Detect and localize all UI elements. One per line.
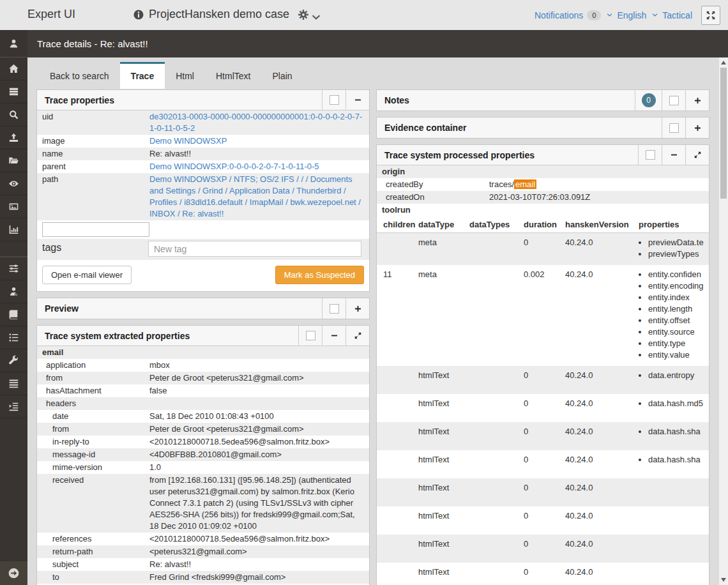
tab-back-to-search[interactable]: Back to search <box>39 62 120 89</box>
scrollbar-thumb[interactable] <box>720 68 727 199</box>
scroll-up-arrow-icon[interactable] <box>721 61 726 65</box>
expand-panel-button[interactable] <box>685 118 709 138</box>
tab-plain[interactable]: Plain <box>261 62 303 89</box>
arrow-circle-right-icon <box>8 567 20 579</box>
maximize-panel-button[interactable] <box>685 145 709 165</box>
info-icon[interactable] <box>133 9 144 20</box>
sidebar-item-arrow-circle-right[interactable] <box>0 561 27 585</box>
tab-html[interactable]: Html <box>165 62 205 89</box>
toolrun-cell-children <box>377 454 418 473</box>
select-panel-checkbox-cell[interactable] <box>662 90 685 110</box>
property-value: false <box>148 384 369 397</box>
new-tag-input[interactable] <box>148 241 361 257</box>
sidebar-item-folder-open[interactable] <box>0 149 27 172</box>
property-value: Sat, 18 Dec 2010 01:08:43 +0100 <box>148 410 369 423</box>
toolrun-cell-duration: 0 <box>524 398 565 417</box>
toolrun-row: htmlText040.24.0data.hash.md5 <box>377 394 709 422</box>
property-label: return-path <box>37 545 148 558</box>
select-panel-checkbox-cell[interactable] <box>322 90 345 110</box>
toolrun-cell-duration: 0 <box>524 237 565 260</box>
sidebar-item-list-ol[interactable] <box>0 326 27 349</box>
sidebar-item-search[interactable] <box>0 103 27 126</box>
sidebar-item-sliders[interactable] <box>0 257 27 280</box>
tag-input[interactable] <box>42 222 149 237</box>
toolrun-cell-hanskenVersion: 40.24.0 <box>565 269 639 361</box>
scroll-down-arrow-icon[interactable] <box>721 578 726 582</box>
chevron-down-icon[interactable] <box>606 11 613 19</box>
toolrun-cell-properties: data.hash.sha <box>639 454 709 473</box>
select-panel-checkbox-cell[interactable] <box>662 118 685 138</box>
open-email-viewer-button[interactable]: Open e-mail viewer <box>42 266 132 284</box>
panel-checkbox[interactable] <box>669 96 679 105</box>
toolrun-cell-properties <box>639 482 709 501</box>
toolrun-cell-hanskenVersion: 40.24.0 <box>565 426 639 445</box>
tab-trace[interactable]: Trace <box>120 62 165 89</box>
group-label: origin <box>377 165 488 178</box>
sidebar-item-upload[interactable] <box>0 126 27 149</box>
minus-icon <box>670 151 678 159</box>
toolrun-cell-hanskenVersion: 40.24.0 <box>565 370 639 389</box>
expand-panel-button[interactable] <box>345 298 369 319</box>
sidebar-item-server[interactable] <box>0 80 27 103</box>
trace-property-link[interactable]: Demo WINDOWSXP <box>149 136 227 146</box>
property-value: Demo WINDOWSXP / NTFS; OS/2 IFS / / / Do… <box>148 173 369 220</box>
trace-property-link[interactable]: Demo WINDOWSXP / NTFS; OS/2 IFS / / / Do… <box>149 174 361 218</box>
sidebar-item-eye[interactable] <box>0 172 27 195</box>
property-value: <peterus321@gmail.com> <box>148 545 369 558</box>
select-panel-checkbox-cell[interactable] <box>638 145 662 165</box>
property-label: received <box>37 474 148 533</box>
panel-checkbox[interactable] <box>330 95 339 105</box>
sidebar-item-image[interactable] <box>0 195 27 218</box>
property-name: data.hash.sha <box>648 454 709 466</box>
sidebar-item-wrench[interactable] <box>0 349 27 372</box>
sidebar-item-book[interactable] <box>0 303 27 326</box>
sidebar-item-indent[interactable] <box>0 395 27 418</box>
trace-property-link[interactable]: Demo WINDOWSXP:0-0-0-0-2-0-7-1-0-11-0-5 <box>149 162 319 171</box>
minus-icon <box>330 331 338 340</box>
tab-htmltext[interactable]: HtmlText <box>205 62 261 89</box>
top-bar: Expert UI ProjectHansken demo case Notif… <box>0 0 728 30</box>
sidebar-item-list[interactable] <box>0 372 27 395</box>
toolrun-cell-dataTypes <box>469 538 524 558</box>
select-panel-checkbox-cell[interactable] <box>298 326 322 346</box>
expand-panel-button[interactable] <box>685 90 709 110</box>
trace-property-row: nameRe: alvast!! <box>37 148 369 160</box>
indent-icon <box>8 401 19 412</box>
property-value: from [192.168.160.131] ([95.96.148.25]) … <box>148 474 369 533</box>
trace-property-link[interactable]: de302013-0003-0000-0000-000000000001:0-0… <box>149 112 362 133</box>
language-link[interactable]: English <box>617 10 646 20</box>
panel-checkbox[interactable] <box>669 123 679 133</box>
property-value: Re: alvast!! <box>148 148 369 160</box>
toolrun-cell-properties <box>639 510 709 529</box>
toolrun-cell-dataType: htmlText <box>418 566 469 585</box>
select-panel-checkbox-cell[interactable] <box>322 298 345 319</box>
vertical-scrollbar[interactable] <box>719 57 728 585</box>
collapse-panel-button[interactable] <box>662 145 685 165</box>
collapse-panel-button[interactable] <box>345 90 369 110</box>
maximize-panel-button[interactable] <box>345 326 369 346</box>
panel-checkbox[interactable] <box>306 331 315 340</box>
property-name: entity.confiden <box>648 269 709 280</box>
sidebar-item-chart-bar[interactable] <box>0 218 27 241</box>
toolrun-cell-hanskenVersion: 40.24.0 <box>565 510 639 529</box>
mode-link[interactable]: Tactical <box>662 10 692 20</box>
chevron-down-icon[interactable] <box>651 11 658 19</box>
evidence-container-panel: Evidence container <box>376 117 709 139</box>
property-label: createdBy <box>377 178 488 191</box>
sidebar-item-home[interactable] <box>0 57 27 80</box>
notifications-link[interactable]: Notifications <box>535 10 583 20</box>
collapse-panel-button[interactable] <box>322 326 345 346</box>
panel-checkbox[interactable] <box>330 304 339 314</box>
extracted-property-row: hasAttachmentfalse <box>37 384 369 397</box>
property-value: mbox <box>148 359 369 372</box>
sidebar-item-user[interactable] <box>0 30 27 57</box>
toolrun-cell-dataType: htmlText <box>418 398 469 417</box>
mark-as-suspected-button[interactable]: Mark as Suspected <box>275 266 364 284</box>
toolrun-cell-hanskenVersion: 40.24.0 <box>565 482 639 501</box>
sidebar-item-user-md[interactable] <box>0 280 27 303</box>
case-settings-button[interactable] <box>298 9 317 20</box>
property-label: from <box>37 372 148 384</box>
toolrun-cell-duration: 0 <box>524 426 565 445</box>
panel-checkbox[interactable] <box>646 150 655 160</box>
fullscreen-button[interactable] <box>701 6 720 25</box>
